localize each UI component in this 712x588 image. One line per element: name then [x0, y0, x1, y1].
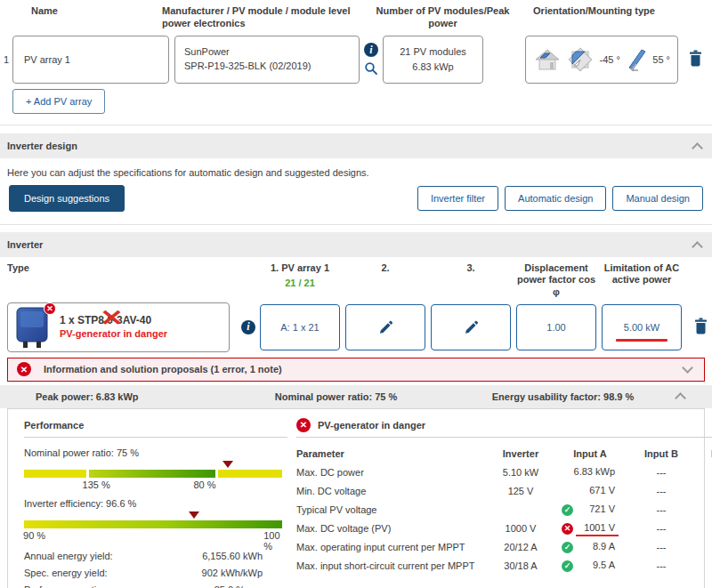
- divider: [0, 125, 712, 125]
- param-name: Max. operating input current per MPPT: [296, 538, 485, 557]
- summary-energy-usability: Energy usability factor: 98.9 %: [449, 391, 676, 402]
- automatic-design-button[interactable]: Automatic design: [505, 186, 606, 211]
- roof-house-icon: [533, 46, 562, 73]
- stat-label: Performance ratio:: [24, 584, 174, 588]
- divider: [24, 437, 287, 438]
- input-a-value: 721 V: [589, 503, 615, 514]
- inverter-design-title: Inverter design: [7, 141, 77, 151]
- stat-label: Spec. energy yield:: [24, 568, 174, 578]
- manual-design-button[interactable]: Manual design: [612, 186, 703, 211]
- input-b-value: ---: [624, 482, 699, 501]
- inverter-value: 20/12 A: [485, 538, 556, 557]
- delete-pv-array-button[interactable]: [688, 50, 703, 69]
- expand-chevron-icon[interactable]: [682, 362, 693, 374]
- input-a-value: 671 V: [589, 485, 615, 495]
- pvsol-design-page: Name Manufacturer / PV module / module l…: [0, 0, 712, 588]
- param-name: Max. input short-circuit current per MPP…: [296, 557, 485, 576]
- ac-limit-field[interactable]: 5.00 kW: [602, 304, 682, 350]
- header-ac-limit: Limitation of AC active power: [602, 262, 687, 287]
- pv-module-selector[interactable]: SunPower SPR-P19-325-BLK (02/2019): [174, 36, 360, 84]
- design-suggestions-button[interactable]: Design suggestions: [9, 185, 125, 212]
- inverter-design-buttons: Design suggestions Inverter filter Autom…: [0, 185, 712, 212]
- inverter-model: 1 x STP8.0-3AV-40: [60, 313, 167, 327]
- azimuth-value: -45 °: [599, 54, 619, 65]
- nominal-power-ratio-gauge: [24, 470, 282, 478]
- inverter-warning-text: PV-generator in danger: [60, 327, 167, 341]
- collapse-chevron-icon[interactable]: [692, 241, 703, 253]
- tick-label: 100 %: [263, 530, 279, 552]
- summary-peak-power: Peak power: 6.83 kWp: [0, 391, 222, 402]
- header-pv-array-1: 1. PV array 1: [260, 262, 340, 275]
- inverter-value: [485, 501, 556, 520]
- header-name: Name: [0, 5, 162, 30]
- error-circle-icon: ✕: [296, 418, 311, 432]
- stat-value: 6,155.60 kWh: [174, 551, 263, 561]
- inverter-design-section-bar[interactable]: Inverter design: [0, 133, 712, 158]
- error-circle-icon: ✕: [562, 523, 573, 535]
- module-manufacturer: SunPower: [184, 45, 350, 60]
- module-count-cell[interactable]: 21 PV modules 6.83 kWp: [383, 36, 483, 84]
- performance-title: Performance: [24, 420, 84, 431]
- divider: [0, 224, 712, 225]
- yield-statistics: Annual energy yield: 6,155.60 kWh Spec. …: [24, 548, 287, 588]
- inverter-title: Inverter: [7, 239, 43, 250]
- inverter-section-bar[interactable]: Inverter: [0, 232, 712, 257]
- header-inverter: Inverter: [485, 445, 556, 463]
- danger-detail-panel: ✕ PV-generator in danger Parameter Inver…: [287, 409, 712, 588]
- error-circle-icon: ✕: [17, 362, 31, 376]
- check-circle-icon: ✓: [562, 560, 573, 572]
- input-a-value: 1001 V: [584, 522, 615, 533]
- config-3-edit-button[interactable]: [431, 304, 511, 350]
- input-a-config-button[interactable]: A: 1 x 21: [260, 304, 340, 350]
- parameter-table: Parameter Inverter Input A Input B Input…: [296, 445, 712, 576]
- header-col-2: 2.: [345, 262, 431, 275]
- check-circle-icon: ✓: [562, 504, 573, 516]
- information-proposals-text: Information and solution proposals (1 er…: [44, 364, 282, 375]
- gauge-marker-icon: [189, 511, 199, 519]
- stat-value: 902 kWh/kWp: [174, 568, 263, 578]
- search-icon[interactable]: [364, 61, 378, 76]
- add-pv-array-button[interactable]: + Add PV array: [12, 89, 105, 114]
- input-b-value: ---: [624, 463, 699, 482]
- ac-limit-value: 5.00 kW: [624, 322, 659, 333]
- config-2-edit-button[interactable]: [345, 304, 425, 350]
- inverter-design-description: Here you can adjust the specifications f…: [7, 167, 705, 178]
- trash-icon: [688, 50, 703, 67]
- delete-inverter-button[interactable]: [693, 318, 708, 337]
- inverter-table-header-row: Type 1. PV array 1 21 / 21 2. 3. Displac…: [0, 262, 712, 299]
- peak-power: 6.83 kWp: [412, 60, 453, 75]
- summary-nominal-power-ratio: Nominal power ratio: 75 %: [222, 391, 449, 402]
- inverter-info-icon[interactable]: i: [241, 320, 255, 334]
- inverter-product-image: ✕: [15, 306, 51, 349]
- inverter-type-cell[interactable]: ✕ 1 x STP8.0-3AV-40 PV-generator in dang…: [7, 302, 230, 352]
- inverter-value: 5.10 kW: [485, 463, 556, 482]
- inverter-filter-button[interactable]: Inverter filter: [417, 186, 498, 211]
- orientation-cell[interactable]: -45 ° 55 °: [525, 36, 678, 84]
- input-a-value: 9.5 A: [593, 560, 615, 570]
- param-name: Max. DC voltage (PV): [296, 520, 485, 538]
- collapse-chevron-icon[interactable]: [675, 392, 686, 404]
- pv-table-header-row: Name Manufacturer / PV module / module l…: [0, 0, 712, 30]
- information-proposals-bar[interactable]: ✕ Information and solution proposals (1 …: [7, 358, 705, 382]
- stat-value: 85.6 %: [174, 584, 245, 588]
- cos-phi-field[interactable]: 1.00: [516, 304, 596, 350]
- info-icon[interactable]: i: [364, 43, 378, 57]
- tick-label: 135 %: [83, 479, 110, 490]
- pv-array-row: 1 SunPower SPR-P19-325-BLK (02/2019) i 2…: [0, 36, 712, 84]
- pv-array-name-field[interactable]: [12, 36, 169, 84]
- results-summary-bar[interactable]: Peak power: 6.83 kWp Nominal power ratio…: [0, 385, 712, 408]
- collapse-chevron-icon[interactable]: [692, 142, 703, 154]
- param-name: Typical PV voltage: [296, 501, 485, 520]
- error-underline: [576, 535, 619, 536]
- pv-array-name-input[interactable]: [13, 36, 168, 83]
- gauge-1-label: Nominal power ratio: 75 %: [24, 447, 287, 458]
- header-input-a: Input A: [556, 445, 624, 463]
- module-count: 21 PV modules: [400, 44, 466, 60]
- header-input-b: Input B: [624, 445, 699, 463]
- danger-panel-title: PV-generator in danger: [318, 420, 425, 431]
- input-a-value: 8.9 A: [593, 541, 615, 552]
- input-b-value: ---: [624, 501, 699, 520]
- header-cos-phi: Displacement power factor cos φ: [516, 262, 602, 299]
- module-type: SPR-P19-325-BLK (02/2019): [184, 60, 350, 74]
- input-b-value: ---: [624, 557, 699, 576]
